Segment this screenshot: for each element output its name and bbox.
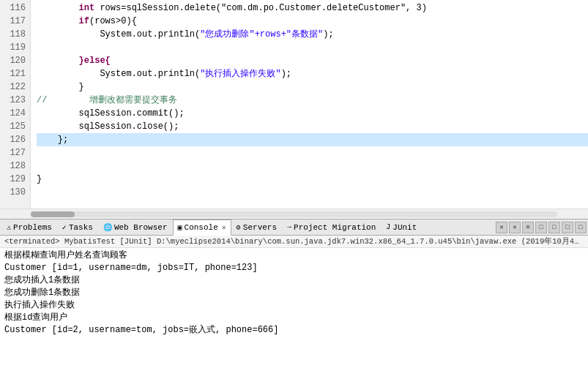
code-line: sqlSession.close();	[37, 120, 588, 133]
console-line: 根据模糊查询用户姓名查询顾客	[4, 249, 584, 262]
code-line: System.out.println("执行插入操作失败");	[37, 67, 588, 80]
toolbar-btn-5[interactable]: □	[562, 222, 573, 233]
toolbar-btn-4[interactable]: □	[548, 222, 560, 233]
tab-icon-junit: J	[386, 223, 390, 231]
tab-junit[interactable]: JJUnit	[381, 219, 422, 236]
code-line: };	[37, 133, 588, 146]
bottom-panel: ⚠Problems✓Tasks🌐Web Browser▣Console✕⚙Ser…	[0, 219, 588, 368]
code-line: }	[37, 80, 588, 94]
code-line	[37, 146, 588, 159]
console-line: 您成功删除1条数据	[4, 287, 584, 299]
tab-label-servers: Servers	[243, 223, 277, 232]
console-status: <terminated> MybatisTest [JUnit] D:\myec…	[0, 236, 588, 248]
console-line: 执行插入操作失败	[4, 299, 584, 312]
code-lines[interactable]: int rows=sqlSession.delete("com.dm.po.Cu…	[31, 0, 588, 209]
tab-servers[interactable]: ⚙Servers	[231, 219, 282, 236]
toolbar-btn-0[interactable]: ✕	[496, 222, 507, 233]
line-numbers: 1161171181191201211221231241251261271281…	[0, 0, 31, 209]
tab-label-console: Console	[185, 223, 218, 232]
code-line: System.out.println("您成功删除"+rows+"条数据");	[37, 28, 588, 41]
tab-close-console[interactable]: ✕	[222, 223, 226, 232]
code-line: int rows=sqlSession.delete("com.dm.po.Cu…	[37, 1, 588, 15]
console-line: Customer [id=1, username=dm, jobs=IT, ph…	[4, 262, 584, 274]
console-line: 根据id查询用户	[4, 312, 584, 324]
tab-label-junit: JUnit	[392, 223, 417, 232]
toolbar-btn-1[interactable]: ✕	[509, 222, 521, 233]
code-line	[37, 186, 588, 199]
code-line: if(rows>0){	[37, 15, 588, 28]
tab-console[interactable]: ▣Console✕	[173, 219, 231, 236]
code-content: 1161171181191201211221231241251261271281…	[0, 0, 588, 209]
code-line: }	[37, 173, 588, 186]
tab-icon-problems: ⚠	[7, 223, 11, 232]
code-line	[37, 41, 588, 54]
tab-icon-console: ▣	[178, 223, 182, 232]
tab-label-webbrowser: Web Browser	[114, 223, 168, 232]
code-line: }else{	[37, 54, 588, 67]
tab-tasks[interactable]: ✓Tasks	[57, 219, 98, 236]
tab-icon-projectmigration: →	[287, 223, 291, 231]
tab-label-problems: Problems	[13, 223, 52, 232]
toolbar-btn-3[interactable]: □	[535, 222, 547, 233]
tab-problems[interactable]: ⚠Problems	[1, 219, 57, 236]
toolbar-btn-2[interactable]: ≡	[522, 222, 534, 233]
console-line: 您成功插入1条数据	[4, 274, 584, 287]
console-output: 根据模糊查询用户姓名查询顾客Customer [id=1, username=d…	[0, 248, 588, 368]
tab-label-projectmigration: Project Migration	[294, 223, 376, 232]
tab-projectmigration[interactable]: →Project Migration	[282, 219, 381, 236]
scrollbar-thumb	[31, 211, 75, 217]
toolbar-btn-6[interactable]: □	[575, 222, 587, 233]
tab-icon-webbrowser: 🌐	[103, 223, 112, 232]
tab-webbrowser[interactable]: 🌐Web Browser	[98, 219, 173, 236]
code-line	[37, 159, 588, 173]
scrollbar-track	[31, 211, 557, 217]
code-editor: 1161171181191201211221231241251261271281…	[0, 0, 588, 219]
tab-label-tasks: Tasks	[69, 223, 93, 232]
tab-icon-servers: ⚙	[237, 223, 241, 232]
console-line: Customer [id=2, username=tom, jobs=嵌入式, …	[4, 324, 584, 337]
tab-bar: ⚠Problems✓Tasks🌐Web Browser▣Console✕⚙Ser…	[0, 219, 588, 236]
code-line: sqlSession.commit();	[37, 107, 588, 120]
code-line: // 增删改都需要提交事务	[37, 94, 588, 107]
tab-icon-tasks: ✓	[62, 223, 67, 232]
code-scrollbar[interactable]	[0, 209, 588, 219]
tab-bar-actions: ✕✕≡□□□□	[496, 222, 587, 233]
